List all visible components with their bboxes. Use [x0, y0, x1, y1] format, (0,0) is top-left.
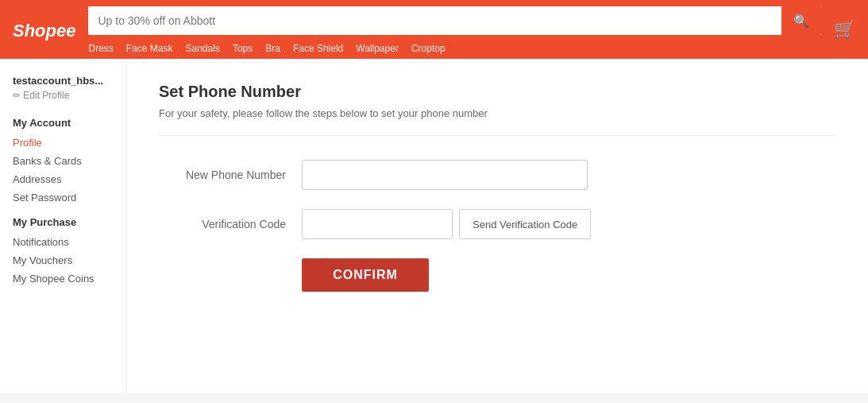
search-icon: 🔍 [793, 14, 809, 29]
nav-link-bra[interactable]: Bra [265, 43, 280, 54]
account-section-title: My Account [13, 117, 126, 129]
main-layout: testaccount_hbs... ✏ Edit Profile My Acc… [0, 59, 868, 393]
nav-link-facemask[interactable]: Face Mask [126, 43, 173, 54]
sidebar-item-vouchers[interactable]: My Vouchers [13, 251, 126, 269]
phone-label: New Phone Number [159, 169, 302, 181]
nav-link-faceshield[interactable]: Face Shield [293, 43, 343, 54]
cart-icon[interactable]: 🛒 [834, 19, 855, 46]
phone-input[interactable] [302, 160, 588, 190]
sidebar-item-notifications[interactable]: Notifications [13, 233, 126, 251]
nav-link-wallpaper[interactable]: Wallpaper [356, 43, 399, 54]
content-area: Set Phone Number For your safety, please… [127, 59, 868, 393]
page-title: Set Phone Number [159, 83, 836, 101]
sidebar-item-addresses[interactable]: Addresses [13, 170, 126, 188]
header: Shopee 🔍 Dress Face Mask Sandals Tops Br… [0, 0, 868, 59]
username: testaccount_hbs... [13, 75, 126, 87]
verification-inputs: Send Verification Code [302, 209, 591, 239]
search-input[interactable] [88, 14, 781, 27]
confirm-row: CONFIRM [159, 258, 836, 292]
verification-row: Verification Code Send Verification Code [159, 209, 836, 239]
page-subtitle: For your safety, please follow the steps… [159, 107, 836, 136]
purchase-section-title: My Purchase [13, 216, 126, 228]
nav-link-dress[interactable]: Dress [88, 43, 113, 54]
sidebar-item-coins[interactable]: My Shopee Coins [13, 269, 126, 288]
nav-link-croptop[interactable]: Croptop [411, 43, 446, 54]
phone-row: New Phone Number [159, 160, 836, 190]
search-wrapper: 🔍 Dress Face Mask Sandals Tops Bra Face … [88, 6, 821, 59]
verification-input[interactable] [302, 209, 453, 239]
sidebar: testaccount_hbs... ✏ Edit Profile My Acc… [0, 59, 127, 393]
confirm-button[interactable]: CONFIRM [302, 258, 429, 292]
search-button[interactable]: 🔍 [781, 6, 821, 35]
logo[interactable]: Shopee [13, 17, 75, 48]
sidebar-item-password[interactable]: Set Password [13, 188, 126, 207]
user-info: testaccount_hbs... ✏ Edit Profile [13, 75, 126, 101]
verification-label: Verification Code [159, 218, 302, 231]
send-code-button[interactable]: Send Verification Code [459, 209, 591, 239]
nav-link-sandals[interactable]: Sandals [186, 43, 220, 54]
nav-links: Dress Face Mask Sandals Tops Bra Face Sh… [88, 38, 821, 59]
nav-link-tops[interactable]: Tops [233, 43, 253, 54]
edit-profile-link[interactable]: ✏ Edit Profile [13, 90, 126, 101]
sidebar-item-profile[interactable]: Profile [13, 134, 126, 152]
sidebar-item-banks[interactable]: Banks & Cards [13, 152, 126, 170]
search-bar: 🔍 [88, 6, 821, 35]
